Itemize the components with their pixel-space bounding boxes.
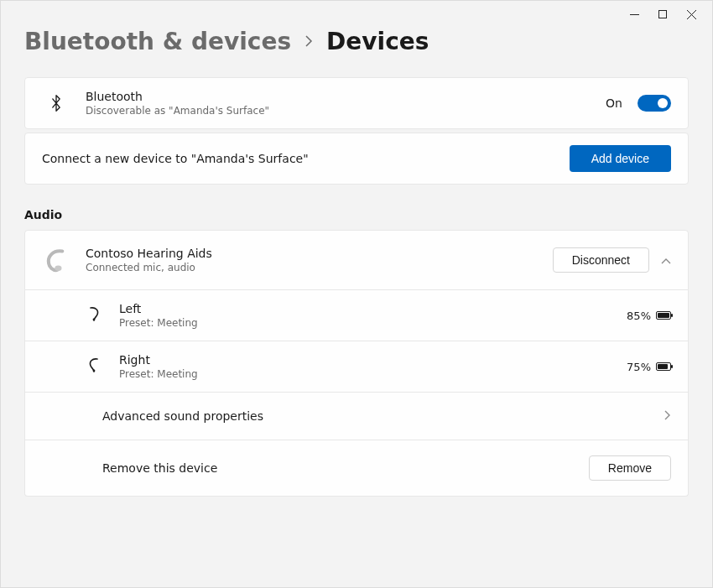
battery-icon	[656, 362, 671, 371]
connect-text: Connect a new device to "Amanda's Surfac…	[42, 152, 570, 165]
svg-point-5	[93, 319, 96, 321]
bluetooth-toggle[interactable]	[638, 95, 671, 112]
bluetooth-icon	[42, 94, 70, 112]
audio-heading: Audio	[24, 208, 689, 221]
right-preset: Preset: Meeting	[119, 368, 627, 380]
svg-rect-1	[659, 11, 667, 18]
disconnect-button[interactable]: Disconnect	[553, 247, 649, 273]
right-label: Right	[119, 353, 627, 367]
hearing-aid-icon	[42, 242, 70, 278]
maximize-button[interactable]	[657, 8, 669, 20]
remove-label: Remove this device	[102, 461, 589, 475]
connect-card: Connect a new device to "Amanda's Surfac…	[24, 133, 689, 185]
device-status: Connected mic, audio	[86, 262, 553, 273]
advanced-sound-row[interactable]: Advanced sound properties	[24, 393, 689, 440]
device-name: Contoso Hearing Aids	[86, 247, 553, 260]
remove-button[interactable]: Remove	[589, 455, 671, 481]
advanced-label: Advanced sound properties	[102, 409, 653, 423]
left-label: Left	[119, 302, 627, 315]
chevron-right-icon	[304, 33, 313, 50]
bluetooth-state-label: On	[606, 96, 622, 110]
right-battery: 75%	[627, 361, 671, 373]
breadcrumb-parent[interactable]: Bluetooth & devices	[24, 28, 291, 55]
right-ear-row: Right Preset: Meeting 75%	[24, 341, 689, 393]
bluetooth-title: Bluetooth	[86, 90, 606, 103]
minimize-button[interactable]	[628, 8, 640, 20]
add-device-button[interactable]: Add device	[570, 145, 671, 172]
breadcrumb: Bluetooth & devices Devices	[24, 28, 689, 55]
battery-icon	[656, 311, 671, 320]
device-row[interactable]: Contoso Hearing Aids Connected mic, audi…	[24, 230, 689, 290]
chevron-up-icon[interactable]	[661, 254, 671, 267]
ear-left-icon	[87, 306, 109, 325]
left-preset: Preset: Meeting	[119, 317, 627, 329]
chevron-right-icon	[664, 410, 671, 423]
remove-device-row: Remove this device Remove	[24, 440, 689, 497]
close-button[interactable]	[685, 8, 697, 20]
window-titlebar	[628, 1, 712, 28]
left-battery: 85%	[627, 310, 671, 322]
svg-point-6	[93, 370, 96, 372]
bluetooth-subtitle: Discoverable as "Amanda's Surface"	[86, 105, 606, 117]
left-ear-row: Left Preset: Meeting 85%	[24, 290, 689, 341]
breadcrumb-current: Devices	[326, 28, 429, 55]
bluetooth-card: Bluetooth Discoverable as "Amanda's Surf…	[24, 77, 689, 129]
svg-point-4	[55, 265, 61, 270]
ear-right-icon	[87, 357, 109, 376]
